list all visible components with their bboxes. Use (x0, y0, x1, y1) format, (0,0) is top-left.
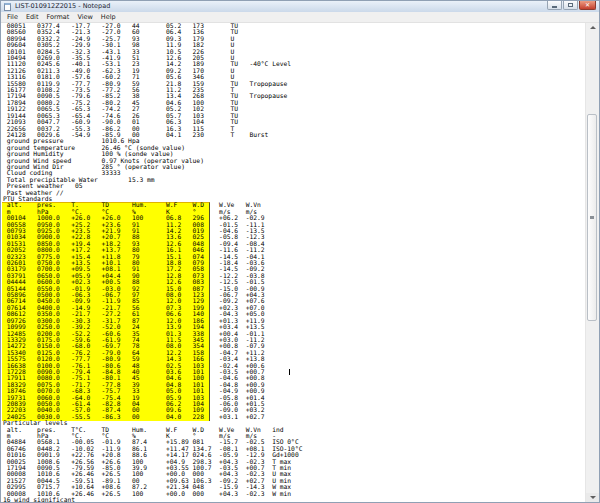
vertical-scrollbar[interactable] (585, 23, 599, 502)
menu-help[interactable]: Help (97, 12, 120, 22)
menu-format[interactable]: Format (42, 12, 73, 22)
scrollbar-grip-icon (590, 216, 594, 219)
text-cursor (289, 369, 290, 375)
notepad-icon[interactable] (4, 3, 11, 11)
minimize-button[interactable] (547, 1, 562, 10)
file-content[interactable]: 08051 0377.4 -17.7 -27.0 44 05.2 173 TU … (3, 23, 303, 502)
close-button[interactable]: ✕ (579, 1, 596, 10)
maximize-icon (568, 3, 573, 7)
window-controls: ✕ (547, 1, 596, 10)
text-area[interactable]: 08051 0377.4 -17.7 -27.0 44 05.2 173 TU … (1, 23, 585, 502)
scroll-up-button[interactable] (586, 23, 599, 32)
scrollbar-thumb[interactable] (587, 114, 597, 321)
window-title: LIST-010912Z2015 - Notepad (15, 1, 110, 12)
menu-bar: File Edit Format View Help (1, 12, 599, 23)
maximize-button[interactable] (563, 1, 578, 10)
close-icon: ✕ (585, 2, 590, 8)
menu-view[interactable]: View (73, 12, 96, 22)
notepad-window: LIST-010912Z2015 - Notepad ✕ File Edit F… (0, 0, 600, 503)
scroll-down-button[interactable] (586, 493, 599, 502)
scroll-up-icon (590, 26, 596, 29)
scroll-down-icon (590, 496, 596, 499)
minimize-icon (552, 6, 557, 8)
menu-file[interactable]: File (3, 12, 22, 22)
menu-edit[interactable]: Edit (22, 12, 43, 22)
